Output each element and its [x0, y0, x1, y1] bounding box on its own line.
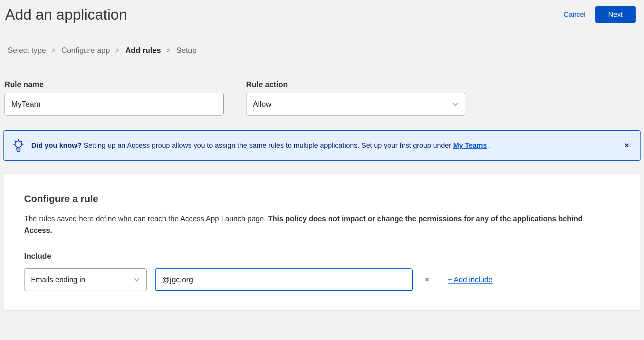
include-selector-value: Emails ending in — [31, 275, 85, 284]
banner-link-my-teams[interactable]: My Teams — [453, 141, 487, 149]
wizard-step-select-type[interactable]: Select type — [8, 46, 46, 55]
add-include-button[interactable]: + Add include — [448, 275, 493, 284]
lightbulb-icon — [12, 138, 25, 153]
chevron-right-icon: > — [116, 47, 120, 54]
next-button[interactable]: Next — [595, 6, 636, 23]
wizard-step-add-rules[interactable]: Add rules — [125, 46, 161, 55]
wizard-step-configure-app[interactable]: Configure app — [61, 46, 110, 55]
rule-action-select[interactable]: Allow — [246, 93, 465, 115]
configure-rule-title: Configure a rule — [24, 193, 620, 204]
chevron-right-icon: > — [52, 47, 56, 54]
configure-rule-description: The rules saved here define who can reac… — [24, 213, 598, 236]
page-title: Add an application — [5, 6, 127, 23]
banner-body: Setting up an Access group allows you to… — [82, 141, 453, 149]
configure-rule-panel: Configure a rule The rules saved here de… — [3, 174, 641, 311]
header-actions: Cancel Next — [563, 6, 639, 23]
banner-text: Did you know? Setting up an Access group… — [31, 141, 615, 150]
banner-lead: Did you know? — [31, 141, 82, 149]
wizard-steps: Select type > Configure app > Add rules … — [3, 23, 641, 55]
svg-line-5 — [21, 141, 22, 142]
banner-trailing: . — [487, 141, 491, 149]
svg-point-0 — [15, 141, 22, 147]
info-banner: Did you know? Setting up an Access group… — [3, 130, 641, 161]
svg-rect-6 — [17, 148, 20, 150]
desc-prefix: The rules saved here define who can reac… — [24, 215, 268, 223]
include-selector[interactable]: Emails ending in — [24, 268, 147, 291]
close-icon[interactable]: ✕ — [621, 140, 632, 151]
wizard-step-setup[interactable]: Setup — [176, 46, 197, 55]
cancel-button[interactable]: Cancel — [563, 10, 585, 19]
include-label: Include — [24, 252, 620, 261]
svg-line-4 — [14, 141, 16, 142]
include-row: Emails ending in ✕ + Add include — [24, 268, 620, 291]
chevron-right-icon: > — [167, 47, 171, 54]
remove-include-button[interactable]: ✕ — [421, 274, 433, 285]
rule-name-input[interactable] — [5, 93, 224, 115]
rule-action-value: Allow — [253, 100, 271, 109]
include-value-input[interactable] — [155, 268, 413, 291]
rule-name-label: Rule name — [5, 80, 224, 89]
rule-action-label: Rule action — [246, 80, 465, 89]
